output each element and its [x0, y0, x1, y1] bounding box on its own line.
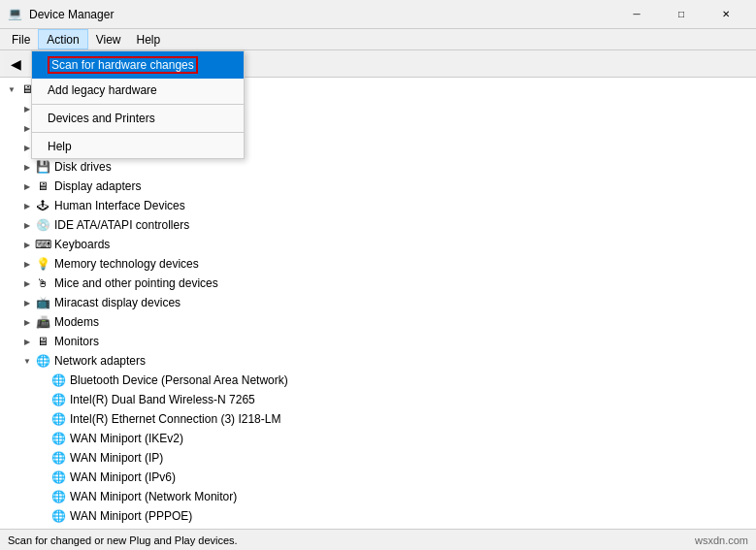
toolbar-back[interactable]: ◀ — [4, 52, 27, 76]
tree-mice[interactable]: ▶ 🖱 Mice and other pointing devices — [0, 274, 756, 293]
monitors-icon: 🖥 — [35, 334, 50, 349]
wanip-icon: 🌐 — [50, 450, 66, 466]
tree-modems[interactable]: ▶ 📠 Modems — [0, 312, 756, 332]
wanpppoe-icon: 🌐 — [50, 508, 66, 524]
tree-memtech[interactable]: ▶ 💡 Memory technology devices — [0, 254, 756, 274]
expand-icon-miracast: ▶ — [19, 295, 35, 310]
intelethernet-icon: 🌐 — [50, 411, 66, 427]
wanikev2-label: WAN Miniport (IKEv2) — [70, 432, 183, 445]
displayadapters-icon: 🖥 — [35, 178, 50, 194]
wanikev2-icon: 🌐 — [50, 431, 66, 446]
displayadapters-label: Display adapters — [54, 179, 141, 193]
tree-wanip[interactable]: 🌐 WAN Miniport (IP) — [0, 448, 756, 468]
monitors-label: Monitors — [54, 335, 99, 348]
close-button[interactable]: ✕ — [704, 0, 748, 29]
expand-icon-root: ▼ — [4, 81, 19, 97]
btpan-label: Bluetooth Device (Personal Area Network) — [70, 373, 288, 387]
dropdown-scan[interactable]: Scan for hardware changes — [32, 51, 244, 79]
dropdown-devices-printers[interactable]: Devices and Printers — [32, 107, 244, 130]
diskdrives-icon: 💾 — [35, 159, 50, 175]
menu-file[interactable]: File — [4, 29, 38, 49]
tree-wanikev2[interactable]: 🌐 WAN Miniport (IKEv2) — [0, 429, 756, 448]
expand-icon-idecontrollers: ▶ — [19, 217, 35, 233]
btpan-icon: 🌐 — [50, 372, 66, 388]
modems-icon: 📠 — [35, 314, 50, 330]
expand-icon-inteldualband — [35, 392, 50, 407]
tree-networkadapters[interactable]: ▼ 🌐 Network adapters — [0, 351, 756, 371]
menu-action[interactable]: Action — [38, 29, 87, 49]
inteldualband-icon: 🌐 — [50, 392, 66, 407]
tree-intelethernet[interactable]: 🌐 Intel(R) Ethernet Connection (3) I218-… — [0, 409, 756, 429]
expand-icon-networkadapters: ▼ — [19, 353, 35, 369]
tree-inteldualband[interactable]: 🌐 Intel(R) Dual Band Wireless-N 7265 — [0, 390, 756, 409]
tree-monitors[interactable]: ▶ 🖥 Monitors — [0, 332, 756, 351]
action-dropdown-menu: Scan for hardware changes Add legacy har… — [31, 50, 245, 159]
modems-label: Modems — [54, 315, 99, 329]
expand-icon-monitors: ▶ — [19, 334, 35, 349]
tree-miracast[interactable]: ▶ 📺 Miracast display devices — [0, 293, 756, 312]
tree-diskdrives[interactable]: ▶ 💾 Disk drives — [0, 157, 756, 177]
scan-border: Scan for hardware changes — [48, 56, 198, 74]
memtech-icon: 💡 — [35, 256, 50, 272]
expand-icon-humaninterface: ▶ — [19, 198, 35, 213]
idecontrollers-icon: 💿 — [35, 217, 50, 233]
menu-view[interactable]: View — [88, 29, 129, 49]
expand-icon-wanip — [35, 450, 50, 466]
tree-wanpppoe[interactable]: 🌐 WAN Miniport (PPPOE) — [0, 506, 756, 526]
expand-icon-wanipv6 — [35, 469, 50, 485]
wannetmon-label: WAN Miniport (Network Monitor) — [70, 490, 237, 503]
tree-wannetmon[interactable]: 🌐 WAN Miniport (Network Monitor) — [0, 487, 756, 506]
dropdown-sep2 — [32, 132, 244, 133]
memtech-label: Memory technology devices — [54, 257, 199, 271]
humaninterface-label: Human Interface Devices — [54, 199, 185, 212]
tree-keyboards[interactable]: ▶ ⌨ Keyboards — [0, 235, 756, 254]
expand-icon-wanikev2 — [35, 431, 50, 446]
expand-icon-mice: ▶ — [19, 275, 35, 291]
dropdown-help[interactable]: Help — [32, 135, 244, 158]
wannetmon-icon: 🌐 — [50, 489, 66, 504]
mice-icon: 🖱 — [35, 275, 50, 291]
dropdown-sep1 — [32, 104, 244, 105]
networkadapters-label: Network adapters — [54, 354, 146, 368]
miracast-label: Miracast display devices — [54, 296, 181, 309]
expand-icon-diskdrives: ▶ — [19, 159, 35, 175]
expand-icon-btpan — [35, 372, 50, 388]
status-text: Scan for changed or new Plug and Play de… — [8, 534, 238, 546]
expand-icon-wannetmon — [35, 489, 50, 504]
tree-idecontrollers[interactable]: ▶ 💿 IDE ATA/ATAPI controllers — [0, 215, 756, 235]
wanpppoe-label: WAN Miniport (PPPOE) — [70, 509, 192, 523]
mice-label: Mice and other pointing devices — [54, 276, 218, 290]
app-icon: 💻 — [8, 7, 23, 22]
title-bar-title: Device Manager — [29, 8, 114, 21]
tree-wanipv6[interactable]: 🌐 WAN Miniport (IPv6) — [0, 468, 756, 487]
status-brand: wsxdn.com — [695, 534, 748, 546]
expand-icon-displayadapters: ▶ — [19, 178, 35, 194]
title-bar-controls: ─ □ ✕ — [614, 0, 748, 29]
tree-btpan[interactable]: 🌐 Bluetooth Device (Personal Area Networ… — [0, 371, 756, 390]
expand-icon-memtech: ▶ — [19, 256, 35, 272]
minimize-button[interactable]: ─ — [614, 0, 659, 29]
expand-icon-intelethernet — [35, 411, 50, 427]
keyboards-label: Keyboards — [54, 238, 110, 251]
wanipv6-label: WAN Miniport (IPv6) — [70, 470, 176, 484]
miracast-icon: 📺 — [35, 295, 50, 310]
maximize-button[interactable]: □ — [659, 0, 704, 29]
idecontrollers-label: IDE ATA/ATAPI controllers — [54, 218, 189, 232]
menu-help[interactable]: Help — [129, 29, 169, 49]
expand-icon-modems: ▶ — [19, 314, 35, 330]
wanipv6-icon: 🌐 — [50, 469, 66, 485]
diskdrives-label: Disk drives — [54, 160, 112, 174]
networkadapters-icon: 🌐 — [35, 353, 50, 369]
menu-bar: File Action View Help Scan for hardware … — [0, 29, 756, 50]
humaninterface-icon: 🕹 — [35, 198, 50, 213]
title-bar: 💻 Device Manager ─ □ ✕ — [0, 0, 756, 29]
tree-humaninterface[interactable]: ▶ 🕹 Human Interface Devices — [0, 196, 756, 215]
keyboards-icon: ⌨ — [35, 237, 50, 252]
expand-icon-keyboards: ▶ — [19, 237, 35, 252]
dropdown-legacy[interactable]: Add legacy hardware — [32, 79, 244, 102]
intelethernet-label: Intel(R) Ethernet Connection (3) I218-LM — [70, 412, 280, 426]
expand-icon-wanpppoe — [35, 508, 50, 524]
inteldualband-label: Intel(R) Dual Band Wireless-N 7265 — [70, 393, 255, 406]
status-bar: Scan for changed or new Plug and Play de… — [0, 529, 756, 550]
tree-displayadapters[interactable]: ▶ 🖥 Display adapters — [0, 177, 756, 196]
